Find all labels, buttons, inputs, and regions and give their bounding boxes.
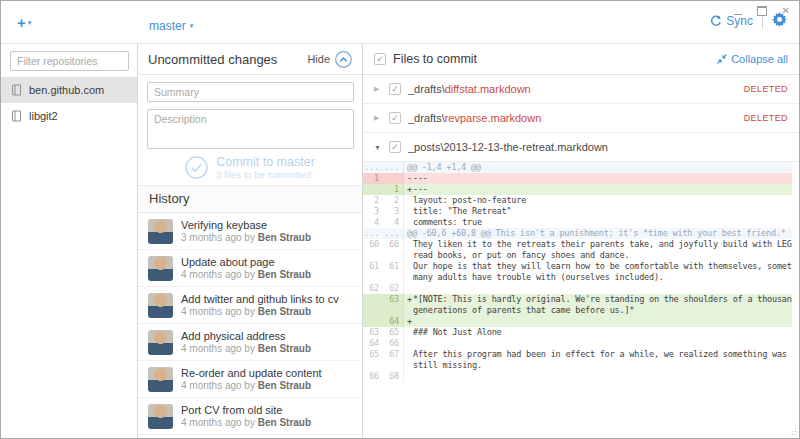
diff-sign	[403, 283, 413, 294]
commit-button-label: Commit to master	[216, 155, 315, 169]
filter-repositories-input[interactable]	[10, 51, 129, 71]
new-line-number: 66	[383, 338, 403, 349]
history-item[interactable]: Update about page4 months ago by Ben Str…	[138, 250, 362, 287]
diff-line-text: ---	[413, 184, 792, 195]
history-item[interactable]: Port CV from old site4 months ago by Ben…	[138, 398, 362, 435]
files-to-commit-checkbox[interactable]: ✓	[374, 53, 386, 65]
diff-sign	[403, 217, 413, 228]
hide-label: Hide	[307, 53, 330, 65]
old-line-number: 64	[363, 338, 383, 349]
main-area: ben.github.comlibgit2 Uncommitted change…	[1, 44, 799, 438]
expand-file-icon[interactable]: ▶	[374, 85, 382, 93]
file-checkbox[interactable]: ✓	[389, 141, 401, 153]
diff-text-line: *[NOTE: This is hardly original. We're s…	[413, 294, 792, 305]
history-item[interactable]: Add headshot for public consumption5 mon…	[138, 435, 362, 438]
diff-sign	[403, 206, 413, 217]
commit-author: Ben Straub	[258, 343, 311, 354]
history-item-texts: Add physical address4 months ago by Ben …	[181, 330, 311, 355]
history-item-texts: Re-order and update content4 months ago …	[181, 367, 322, 392]
avatar	[148, 330, 173, 355]
history-item[interactable]: Add twitter and github links to cv4 mont…	[138, 287, 362, 324]
file-name: diffstat.markdown	[445, 83, 531, 95]
diff-text-line: still missing.	[413, 360, 792, 371]
repo-item[interactable]: ben.github.com	[1, 77, 137, 103]
collapse-file-icon[interactable]: ▼	[374, 144, 382, 151]
diff-sign: +	[403, 184, 413, 195]
history-item[interactable]: Verifying keybase3 months ago by Ben Str…	[138, 213, 362, 250]
new-line-number: 60	[383, 239, 403, 261]
file-name: revparse.markdown	[445, 112, 542, 124]
changes-panel: Uncommitted changes Hide Com	[138, 44, 363, 438]
history-item[interactable]: Add physical address4 months ago by Ben …	[138, 324, 362, 361]
file-row[interactable]: ▼✓_posts\2013-12-13-the-retreat.markdown	[363, 133, 799, 162]
avatar	[148, 293, 173, 318]
commit-meta: 4 months ago by Ben Straub	[181, 417, 311, 429]
avatar	[148, 256, 173, 281]
diff-line-text: ### Not Just Alone	[413, 327, 792, 338]
diff-sign	[403, 261, 413, 283]
commit-title: Re-order and update content	[181, 367, 322, 380]
diff-line-text: comments: true	[413, 217, 792, 228]
expand-file-icon[interactable]: ▶	[374, 114, 382, 122]
diff-text-line: many adults have trouble with (ourselves…	[413, 272, 792, 283]
new-line-number: ...	[383, 162, 403, 173]
chevron-down-icon: ▾	[28, 19, 32, 27]
close-icon[interactable]: ✕	[782, 6, 790, 16]
file-row[interactable]: ▶✓_drafts\revparse.markdownDELETED	[363, 104, 799, 133]
window-controls: ✕	[734, 5, 790, 17]
diff-text-line: Our hope is that they will learn how to …	[413, 261, 792, 272]
file-checkbox[interactable]: ✓	[389, 83, 401, 95]
diff-text-line: After this program had been in effect fo…	[413, 349, 792, 360]
toolbar-divider	[762, 15, 763, 29]
repo-item[interactable]: libgit2	[1, 103, 137, 129]
repo-name: ben.github.com	[29, 84, 104, 96]
commit-author: Ben Straub	[258, 417, 311, 428]
minimize-icon[interactable]	[734, 14, 742, 15]
old-line-number: 2	[363, 195, 383, 206]
new-line-number: 2	[383, 195, 403, 206]
old-line-number	[363, 294, 383, 316]
commit-description-input[interactable]	[147, 109, 354, 149]
commit-button[interactable]: Commit to master 3 files to be committed	[138, 149, 362, 185]
new-line-number: 68	[383, 371, 403, 382]
toolbar-left: + ▾	[1, 1, 138, 43]
add-repository-button[interactable]: + ▾	[17, 14, 31, 31]
diff-text-line: ---	[413, 184, 792, 195]
diff-panel: ✓ Files to commit Collapse all ▶✓_drafts…	[363, 44, 799, 438]
commit-meta: 4 months ago by Ben Straub	[181, 380, 322, 392]
old-line-number: 66	[363, 371, 383, 382]
repo-name: libgit2	[29, 110, 58, 122]
diff-view: ......@@ -1,4 +1,4 @@1----1+---22layout:…	[363, 162, 792, 382]
diff-line-text	[413, 371, 792, 382]
file-checkbox[interactable]: ✓	[389, 112, 401, 124]
commit-title: Verifying keybase	[181, 219, 311, 232]
chevron-up-circle-icon	[335, 51, 352, 68]
collapse-all-button[interactable]: Collapse all	[717, 53, 788, 65]
commit-summary-input[interactable]	[147, 82, 354, 102]
commit-title: Port CV from old site	[181, 404, 311, 417]
collapse-all-label: Collapse all	[731, 53, 788, 65]
app-window: ✕ + ▾ master ▾ Sync	[0, 0, 800, 439]
history-list: Verifying keybase3 months ago by Ben Str…	[138, 213, 362, 438]
file-row[interactable]: ▶✓_drafts\diffstat.markdownDELETED	[363, 75, 799, 104]
diff-line: 6060They liken it to the retreats their …	[363, 239, 792, 261]
diff-line: 6668	[363, 371, 792, 382]
new-line-number: 64	[383, 316, 403, 327]
new-line-number: 4	[383, 217, 403, 228]
diff-sign	[403, 338, 413, 349]
hide-changes-button[interactable]: Hide	[307, 51, 352, 68]
diff-text-line	[413, 338, 792, 349]
diff-text-line: They liken it to the retreats their pare…	[413, 239, 792, 250]
maximize-icon[interactable]	[757, 6, 767, 16]
old-line-number	[363, 316, 383, 327]
old-line-number: 61	[363, 261, 383, 283]
avatar	[148, 219, 173, 244]
new-line-number: ...	[383, 228, 403, 239]
branch-selector[interactable]: master ▾	[149, 19, 193, 33]
diff-sign	[403, 195, 413, 206]
diff-hunk-header: ......@@ -60,6 +60,8 @@ This isn't a pun…	[363, 228, 792, 239]
history-item[interactable]: Re-order and update content4 months ago …	[138, 361, 362, 398]
diff-text-line	[413, 316, 792, 327]
new-line-number: 1	[383, 184, 403, 195]
new-line-number	[383, 173, 403, 184]
